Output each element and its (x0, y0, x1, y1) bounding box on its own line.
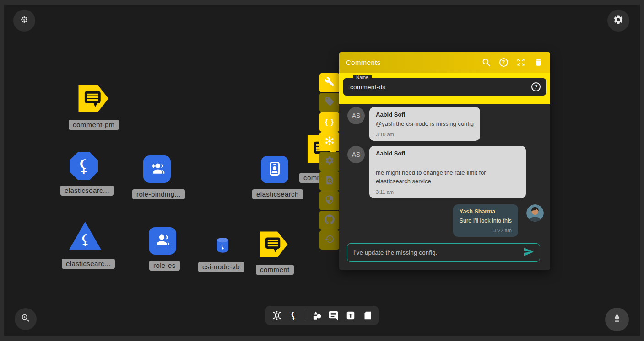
comments-panel-header[interactable]: Comments ? (339, 52, 550, 73)
github-icon (325, 214, 335, 226)
message-bubble[interactable]: Yash Sharma Sure I'll look into this 3:2… (453, 204, 518, 237)
comment-input[interactable] (353, 249, 523, 256)
toolbar-security-button[interactable] (319, 191, 340, 210)
history-icon (325, 234, 335, 246)
node-elasticsearch-serviceaccount[interactable] (261, 156, 288, 183)
send-icon[interactable] (523, 246, 534, 259)
dock-divider (305, 309, 305, 321)
braces-icon: { } (325, 118, 334, 126)
yash-avatar (526, 204, 544, 222)
message-bubble[interactable]: Aabid Sofi me might need to change the r… (369, 146, 526, 198)
node-label[interactable]: role-binding... (132, 189, 185, 199)
toolbar-label-button[interactable] (319, 93, 340, 112)
kubernetes-icon: ⚸ (290, 310, 297, 321)
toolbar-history-button[interactable] (319, 230, 340, 250)
node-label[interactable]: elasticsearch (252, 189, 303, 199)
delete-icon[interactable] (533, 57, 543, 67)
add-user-icon (148, 160, 166, 179)
name-field-label: Name (353, 75, 372, 81)
node-comment-pm[interactable] (78, 84, 110, 115)
comment-tool-button[interactable] (328, 310, 339, 321)
message: Yash Sharma Sure I'll look into this 3:2… (347, 204, 544, 237)
message-text: Sure I'll look into this (460, 217, 512, 225)
node-action-toolbar: { } (319, 73, 340, 250)
node-role-binding[interactable] (143, 155, 171, 183)
avatar: AS (347, 146, 365, 163)
help-icon[interactable]: ? (498, 57, 509, 67)
zoom-in-button[interactable] (15, 308, 37, 330)
settings-button[interactable] (607, 10, 629, 32)
flower-logo-icon (20, 16, 28, 26)
message: AS Aabid Sofi @yash the csi-node is miss… (347, 107, 544, 141)
zoom-in-icon (21, 313, 31, 325)
kubernetes-icon: ⚸ (77, 156, 90, 176)
name-field-block: Name ? (339, 73, 550, 104)
wrench-icon (325, 77, 335, 89)
pen-tool-button[interactable] (605, 308, 629, 331)
shield-icon (325, 195, 335, 207)
node-label[interactable]: elasticsearc... (60, 186, 114, 196)
message-time: 3:22 am (460, 228, 512, 233)
tag-icon (325, 96, 335, 108)
toolbar-settings-button[interactable] (319, 152, 340, 171)
message-text: me might need to change the rate-limit f… (376, 169, 520, 186)
user-icon (154, 231, 171, 250)
app-window: comment-pm ⚸ elasticsearc... role-bindin… (0, 0, 644, 341)
svg-text:⚸: ⚸ (221, 244, 225, 250)
gear-icon (613, 14, 624, 27)
node-comment[interactable] (259, 230, 289, 260)
app-logo-button[interactable] (13, 10, 35, 32)
comment-input-box[interactable] (347, 243, 540, 262)
schematic-tool-button[interactable] (271, 310, 282, 321)
name-field[interactable]: Name ? (343, 78, 546, 96)
message-time: 3:10 am (376, 132, 474, 137)
name-input[interactable] (350, 84, 531, 91)
canvas-tools-dock: ⚸ (265, 306, 379, 325)
comments-panel: Comments ? Name ? AS (339, 52, 550, 270)
node-label[interactable]: csi-node-vb (198, 262, 244, 272)
doc-search-icon (325, 175, 335, 187)
text-tool-button[interactable] (345, 310, 356, 321)
message-text: @yash the csi-node is missing config (376, 120, 474, 128)
mesh-hub-icon (325, 136, 335, 148)
panel-title: Comments (346, 59, 474, 66)
node-label[interactable]: comment-pm (69, 120, 119, 130)
id-badge-icon (266, 160, 283, 179)
message-bubble[interactable]: Aabid Sofi @yash the csi-node is missing… (369, 107, 480, 141)
expand-icon[interactable] (516, 57, 526, 67)
message-author: Aabid Sofi (376, 111, 474, 118)
node-role-es[interactable] (149, 227, 176, 255)
kubernetes-icon: ⚸ (80, 232, 90, 248)
avatar: AS (347, 107, 365, 124)
note-tool-button[interactable] (362, 310, 373, 321)
toolbar-mesh-button[interactable] (319, 132, 340, 151)
toolbar-configure-button[interactable] (319, 73, 340, 92)
node-label[interactable]: comment (256, 265, 294, 275)
kubernetes-tool-button[interactable]: ⚸ (288, 310, 299, 321)
comments-panel-body: AS Aabid Sofi @yash the csi-node is miss… (339, 104, 550, 270)
pen-nib-icon (612, 313, 622, 326)
message-author: Yash Sharma (460, 208, 512, 215)
gear-icon (325, 155, 335, 167)
node-label[interactable]: role-es (149, 261, 180, 271)
node-csi-node-vb[interactable]: ⚸ (215, 237, 230, 255)
message-list: AS Aabid Sofi @yash the csi-node is miss… (339, 104, 550, 242)
toolbar-json-button[interactable]: { } (319, 112, 340, 132)
message-time: 3:11 am (376, 189, 520, 195)
search-icon[interactable] (481, 57, 491, 67)
message-author: Aabid Sofi (376, 150, 520, 157)
toolbar-inspect-button[interactable] (319, 171, 340, 191)
node-label[interactable]: elasticsearc... (62, 259, 115, 269)
name-help-icon[interactable]: ? (531, 82, 541, 91)
shapes-tool-button[interactable] (311, 310, 322, 321)
message: AS Aabid Sofi me might need to change th… (347, 146, 544, 198)
toolbar-github-button[interactable] (319, 211, 340, 230)
